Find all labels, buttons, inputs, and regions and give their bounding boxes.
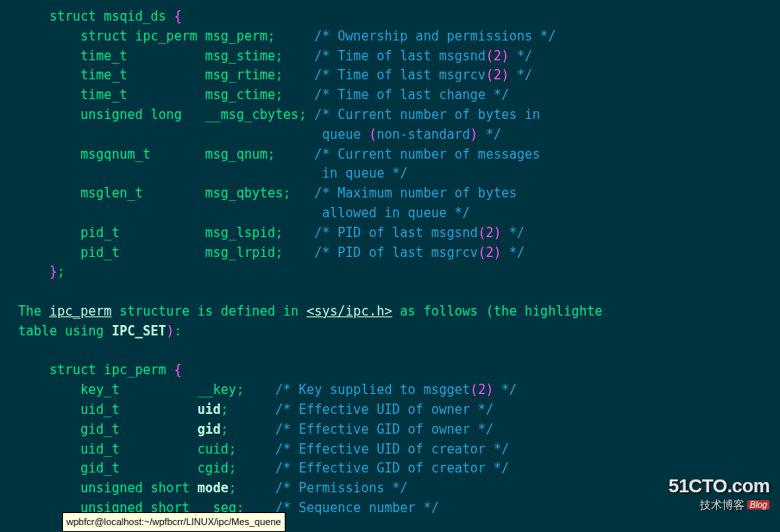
watermark-sub: 技术博客	[700, 498, 745, 511]
watermark-logo: 51CTO.com 技术博客Blog	[669, 476, 770, 511]
watermark-site: 51CTO.com	[669, 476, 770, 497]
manpage-code-block: struct msqid_ds { struct ipc_perm msg_pe…	[0, 0, 780, 518]
terminal-path-tooltip: wpbfcr@localhost:~/wpfbcrr/LINUX/ipc/Mes…	[62, 512, 286, 532]
watermark-badge: Blog	[747, 500, 770, 510]
